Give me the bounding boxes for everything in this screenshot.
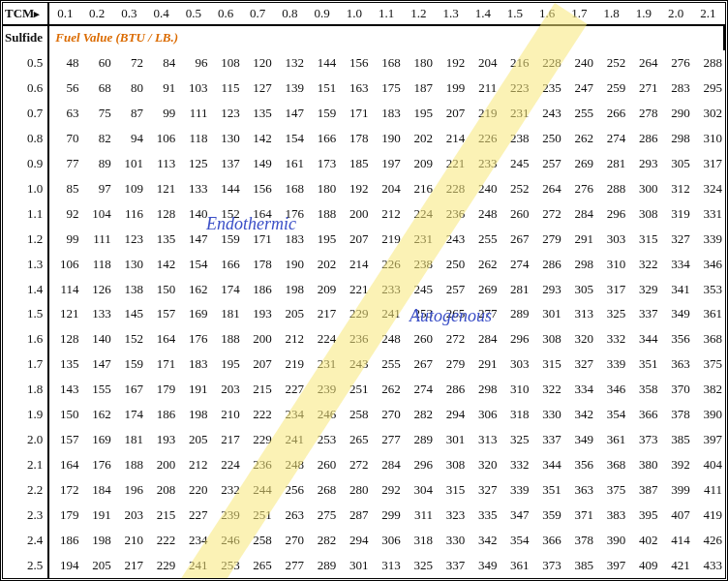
arrow-icon: ▸ — [34, 8, 40, 19]
data-cell: 239 — [209, 503, 241, 528]
data-cell: 255 — [563, 101, 595, 126]
data-cell: 373 — [531, 553, 563, 578]
data-cell: 385 — [659, 427, 691, 452]
data-cell: 106 — [48, 252, 80, 277]
data-cell: 251 — [242, 503, 274, 528]
data-cell: 320 — [563, 326, 595, 352]
data-cell: 63 — [48, 101, 80, 126]
data-cell: 294 — [338, 528, 370, 553]
data-cell: 147 — [274, 101, 306, 126]
data-cell: 284 — [371, 452, 403, 477]
data-cell: 191 — [81, 503, 113, 528]
data-cell: 115 — [209, 76, 241, 101]
data-cell: 258 — [338, 402, 370, 427]
corner-cell: TCM▸ — [3, 3, 48, 25]
data-cell: 169 — [81, 427, 113, 452]
data-cell: 344 — [627, 326, 659, 352]
data-cell: 264 — [531, 176, 563, 201]
data-cell: 137 — [209, 151, 241, 176]
data-cell: 308 — [531, 326, 563, 352]
row-label: 1.0 — [3, 176, 48, 201]
row-label: 1.8 — [3, 377, 48, 402]
data-cell: 56 — [48, 76, 80, 101]
data-cell: 319 — [659, 201, 691, 227]
data-cell: 176 — [81, 452, 113, 477]
data-cell: 302 — [692, 101, 724, 126]
col-header: 1.1 — [371, 3, 403, 25]
data-cell: 211 — [467, 76, 499, 101]
data-cell: 116 — [113, 201, 145, 227]
data-cell: 203 — [209, 377, 241, 402]
data-cell: 219 — [371, 227, 403, 252]
data-cell: 262 — [563, 126, 595, 151]
data-cell: 390 — [692, 402, 724, 427]
data-cell: 325 — [595, 301, 627, 326]
data-cell: 140 — [177, 201, 209, 227]
data-cell: 133 — [177, 176, 209, 201]
data-cell: 298 — [467, 377, 499, 402]
data-cell: 75 — [81, 101, 113, 126]
data-cell: 111 — [81, 227, 113, 252]
data-cell: 346 — [692, 252, 724, 277]
data-table: TCM▸ 0.10.20.30.40.50.60.70.80.91.01.11.… — [3, 3, 725, 578]
data-cell: 195 — [306, 227, 338, 252]
data-cell: 253 — [403, 301, 435, 326]
data-cell: 214 — [338, 252, 370, 277]
data-cell: 293 — [627, 151, 659, 176]
data-cell: 287 — [338, 503, 370, 528]
data-cell: 341 — [659, 277, 691, 302]
data-cell: 241 — [371, 301, 403, 326]
data-cell: 301 — [531, 301, 563, 326]
data-cell: 298 — [563, 252, 595, 277]
data-cell: 240 — [467, 176, 499, 201]
data-cell: 267 — [403, 352, 435, 377]
data-cell: 171 — [242, 227, 274, 252]
col-header: 1.4 — [467, 3, 499, 25]
data-cell: 173 — [306, 151, 338, 176]
data-cell: 231 — [499, 101, 531, 126]
data-cell: 204 — [371, 176, 403, 201]
data-cell: 152 — [113, 326, 145, 352]
data-cell: 85 — [48, 176, 80, 201]
data-cell: 250 — [531, 126, 563, 151]
data-cell: 181 — [209, 301, 241, 326]
data-cell: 231 — [306, 352, 338, 377]
data-cell: 248 — [467, 201, 499, 227]
data-cell: 188 — [113, 452, 145, 477]
row-label: 2.0 — [3, 427, 48, 452]
data-cell: 317 — [692, 151, 724, 176]
data-cell: 121 — [145, 176, 177, 201]
data-cell: 140 — [81, 326, 113, 352]
data-cell: 265 — [338, 427, 370, 452]
data-cell: 157 — [145, 301, 177, 326]
col-header: 1.2 — [403, 3, 435, 25]
data-cell: 143 — [48, 377, 80, 402]
data-cell: 276 — [563, 176, 595, 201]
row-label: 1.1 — [3, 201, 48, 227]
data-cell: 284 — [563, 201, 595, 227]
data-cell: 291 — [563, 227, 595, 252]
data-cell: 132 — [274, 50, 306, 76]
data-cell: 337 — [627, 301, 659, 326]
data-cell: 178 — [338, 126, 370, 151]
data-cell: 161 — [274, 151, 306, 176]
data-cell: 171 — [338, 101, 370, 126]
data-cell: 207 — [435, 101, 467, 126]
data-cell: 171 — [145, 352, 177, 377]
data-cell: 265 — [242, 553, 274, 578]
col-header: 0.9 — [306, 3, 338, 25]
data-cell: 276 — [659, 50, 691, 76]
data-cell: 370 — [659, 377, 691, 402]
data-cell: 337 — [531, 427, 563, 452]
data-cell: 168 — [274, 176, 306, 201]
col-header: 1.6 — [531, 3, 563, 25]
data-cell: 200 — [242, 326, 274, 352]
data-cell: 295 — [692, 76, 724, 101]
data-cell: 68 — [81, 76, 113, 101]
data-cell: 267 — [499, 227, 531, 252]
row-label: 1.4 — [3, 277, 48, 302]
data-cell: 294 — [435, 402, 467, 427]
data-cell: 125 — [177, 151, 209, 176]
col-header: 0.4 — [145, 3, 177, 25]
data-cell: 327 — [563, 352, 595, 377]
